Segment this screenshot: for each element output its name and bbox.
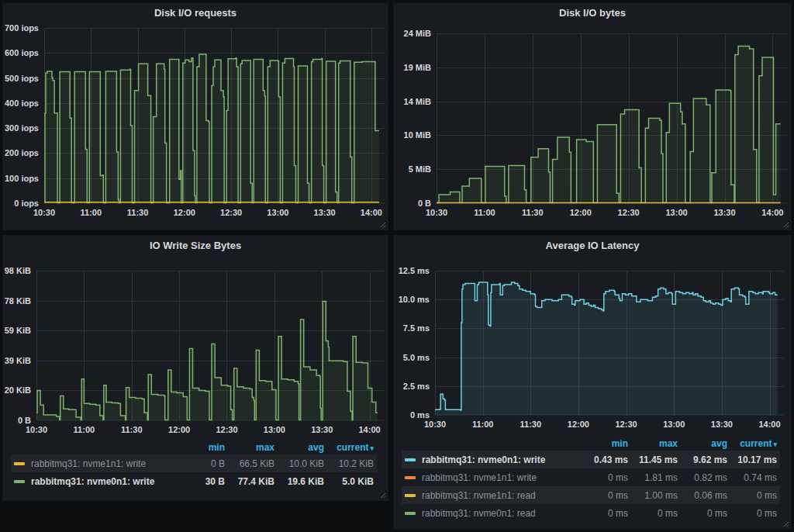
y-axis-tick-label: 10.0 ms <box>394 294 430 305</box>
legend-value: 0.74 ms <box>727 472 777 483</box>
panel-average-io-latency: Average IO Latency minmaxavgcurrent▾rabb… <box>394 236 791 529</box>
x-axis-tick-label: 11:00 <box>466 207 503 218</box>
y-axis-tick-label: 59 KiB <box>3 325 31 336</box>
plot-area[interactable] <box>36 271 384 420</box>
x-axis-tick-label: 12:00 <box>161 424 198 435</box>
y-axis-tick-label: 39 KiB <box>3 355 31 366</box>
y-axis-tick-label: 400 iops <box>3 98 39 109</box>
legend-series-label[interactable]: rabbitmq31: nvme1n1: read <box>422 490 578 501</box>
legend-column-header-min[interactable]: min <box>175 442 225 453</box>
series-color-swatch[interactable] <box>405 512 416 515</box>
panel-resize-handle[interactable] <box>380 222 386 228</box>
legend-value: 0 ms <box>727 508 777 519</box>
x-axis-tick-label: 11:30 <box>514 207 551 218</box>
legend-value: 0 ms <box>578 490 628 501</box>
x-axis-tick-label: 12:30 <box>212 207 250 218</box>
x-axis-tick-label: 14:00 <box>754 207 791 218</box>
legend-value: 1.00 ms <box>628 490 678 501</box>
y-axis-tick-label: 300 iops <box>3 123 39 133</box>
legend-value: 19.6 KiB <box>274 476 324 487</box>
x-axis-tick-label: 13:00 <box>256 424 293 435</box>
legend-column-header-max[interactable]: max <box>225 442 274 453</box>
plot-area[interactable] <box>44 28 385 203</box>
y-axis-tick-label: 78 KiB <box>3 295 31 306</box>
panel-title[interactable]: IO Write Size Bytes <box>3 236 388 256</box>
legend-value: 0 ms <box>678 508 727 519</box>
x-axis-tick-label: 10:30 <box>18 424 55 435</box>
legend-column-header-max[interactable]: max <box>628 438 678 449</box>
panel-title[interactable]: Disk I/O requests <box>3 3 388 23</box>
y-axis-tick-label: 5 MiB <box>394 164 431 174</box>
legend-value: 0 B <box>175 458 225 469</box>
plot-area[interactable] <box>437 33 787 203</box>
y-axis-tick-label: 7.5 ms <box>394 323 430 333</box>
x-axis-tick-label: 13:30 <box>303 424 340 435</box>
series-color-swatch[interactable] <box>14 462 25 465</box>
y-axis-tick-label: 600 iops <box>3 47 39 58</box>
legend-series-label[interactable]: rabbitmq31: nvme0n1: write <box>31 476 175 487</box>
x-axis-tick-label: 12:30 <box>608 419 645 430</box>
legend-value: 0 ms <box>727 490 777 501</box>
y-axis-tick-label: 500 iops <box>3 73 39 84</box>
y-axis-tick-label: 700 iops <box>3 22 39 33</box>
legend-value: 0 ms <box>628 508 678 519</box>
legend-column-header-avg[interactable]: avg <box>678 438 727 449</box>
x-axis-tick-label: 14:00 <box>751 419 789 430</box>
chart-canvas[interactable] <box>36 271 384 420</box>
legend-value: 0.06 ms <box>678 490 727 501</box>
legend: minmaxavgcurrent▾rabbitmq31: nvme1n1: wr… <box>11 440 377 490</box>
grafana-dashboard: Disk I/O requests 0 iops100 iops200 iops… <box>0 0 794 532</box>
x-axis-tick-label: 12:00 <box>560 419 597 430</box>
legend-series-label[interactable]: rabbitmq31: nvme0n1: write <box>422 454 578 465</box>
legend-value: 0 ms <box>578 508 628 519</box>
legend-value: 66.5 KiB <box>225 458 274 469</box>
legend-value: 0 ms <box>578 472 628 483</box>
legend-series-label[interactable]: rabbitmq31: nvme1n1: write <box>422 472 578 483</box>
panel-disk-io-bytes: Disk I/O bytes 0 B5 MiB10 MiB14 MiB19 Mi… <box>394 3 791 230</box>
x-axis-tick-label: 10:30 <box>26 207 63 218</box>
panel-resize-handle[interactable] <box>783 521 789 527</box>
legend-series-label[interactable]: rabbitmq31: nvme0n1: read <box>422 508 578 519</box>
chart-canvas[interactable] <box>435 271 784 415</box>
legend-value: 1.81 ms <box>628 472 678 483</box>
series-color-swatch[interactable] <box>14 480 25 483</box>
y-axis-tick-label: 12.5 ms <box>394 265 430 276</box>
legend-column-header-avg[interactable]: avg <box>274 442 324 453</box>
panel-io-write-size-bytes: IO Write Size Bytes minmaxavgcurrent▾rab… <box>3 236 388 500</box>
panel-title[interactable]: Average IO Latency <box>394 236 791 256</box>
x-axis-tick-label: 12:30 <box>208 424 245 435</box>
legend-column-header-min[interactable]: min <box>578 438 628 449</box>
x-axis-tick-label: 13:00 <box>658 207 696 218</box>
legend-row: rabbitmq31: nvme1n1: write0 ms1.81 ms0.8… <box>402 468 780 486</box>
chart-canvas[interactable] <box>437 33 787 203</box>
legend-header-row: minmaxavgcurrent▾ <box>11 440 377 454</box>
legend-value: 10.0 KiB <box>274 458 324 469</box>
panel-title[interactable]: Disk I/O bytes <box>394 3 791 23</box>
sort-desc-icon: ▾ <box>370 444 374 452</box>
plot-area[interactable] <box>435 271 784 415</box>
chart-canvas[interactable] <box>44 28 385 203</box>
series-color-swatch[interactable] <box>405 458 416 461</box>
x-axis-tick-label: 11:00 <box>65 424 102 435</box>
series-color-swatch[interactable] <box>405 494 416 497</box>
x-axis-tick-label: 13:30 <box>706 207 744 218</box>
y-axis-tick-label: 20 KiB <box>3 385 31 396</box>
x-axis-tick-label: 11:00 <box>464 419 502 430</box>
legend: minmaxavgcurrent▾rabbitmq31: nvme0n1: wr… <box>402 436 780 522</box>
y-axis-tick-label: 2.5 ms <box>394 381 430 392</box>
y-axis-tick-label: 24 MiB <box>394 28 431 39</box>
legend-value: 77.4 KiB <box>225 476 274 487</box>
legend-value: 10.17 ms <box>727 454 777 465</box>
x-axis-tick-label: 11:30 <box>113 424 150 435</box>
x-axis-tick-label: 11:00 <box>72 207 109 218</box>
legend-row: rabbitmq31: nvme1n1: write0 B66.5 KiB10.… <box>11 454 377 472</box>
panel-resize-handle[interactable] <box>783 222 789 228</box>
legend-series-label[interactable]: rabbitmq31: nvme1n1: write <box>31 458 175 469</box>
legend-row: rabbitmq31: nvme0n1: read0 ms0 ms0 ms0 m… <box>402 504 780 522</box>
series-fill <box>435 282 778 415</box>
legend-column-header-current[interactable]: current▾ <box>727 438 777 449</box>
legend-column-header-current[interactable]: current▾ <box>324 442 374 453</box>
panel-resize-handle[interactable] <box>380 492 386 499</box>
legend-value: 11.45 ms <box>628 454 678 465</box>
series-color-swatch[interactable] <box>405 476 416 479</box>
